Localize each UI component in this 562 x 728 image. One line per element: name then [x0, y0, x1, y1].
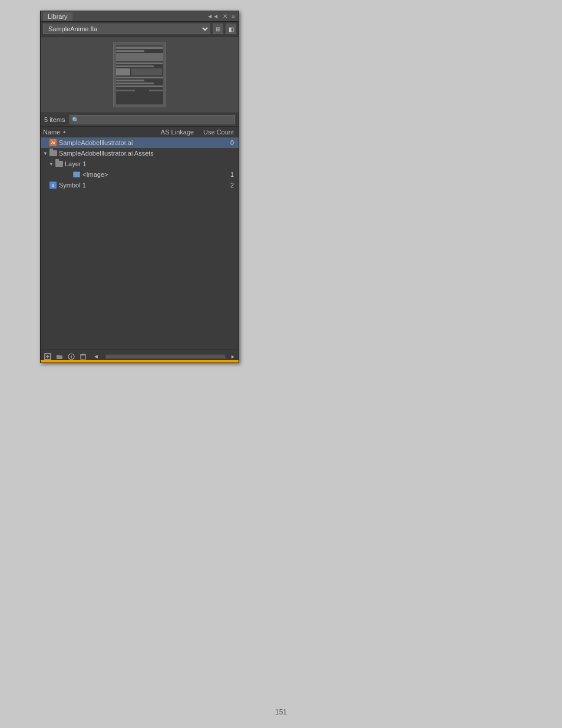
column-headers: Name ▲ AS Linkage Use Count [41, 127, 239, 137]
item-label: Layer 1 [65, 160, 154, 167]
sort-arrow-icon: ▲ [62, 129, 67, 134]
item-usecount: 0 [201, 139, 236, 146]
page-number: 151 [275, 708, 287, 716]
library-list: Ai SampleAdobeIllustrator.ai 0 ▼ SampleA… [41, 137, 239, 255]
items-count: 5 items [44, 116, 65, 123]
item-label: SampleAdobeIllustrator.ai Assets [59, 150, 154, 157]
search-icon: 🔍 [72, 117, 79, 123]
ai-file-icon: Ai [49, 139, 57, 147]
pin-button[interactable]: ⊞ [213, 24, 223, 34]
item-label: SampleAdobeIllustrator.ai [59, 139, 154, 146]
expand-icon: ▼ [43, 151, 49, 156]
title-bar: Library ◄◄ ✕ ≡ [41, 11, 239, 22]
title-bar-controls: ◄◄ ✕ ≡ [206, 13, 236, 19]
list-item[interactable]: ▼ Layer 1 [41, 159, 239, 169]
file-toolbar: SampleAnime.fla ⊞ ◧ [41, 22, 239, 37]
scroll-right-button[interactable]: ► [230, 354, 236, 360]
preview-content [116, 45, 163, 104]
item-usecount: 1 [201, 171, 236, 178]
preview-frame [113, 42, 166, 107]
horizontal-scrollbar[interactable] [105, 354, 226, 359]
file-selector[interactable]: SampleAnime.fla [43, 24, 210, 34]
items-bar: 5 items 🔍 [41, 113, 239, 127]
svg-rect-6 [81, 355, 85, 360]
item-usecount: 2 [201, 182, 236, 189]
collapse-button[interactable]: ◄◄ [206, 13, 220, 19]
panel-title-tab[interactable]: Library [43, 12, 72, 21]
title-bar-left: Library [43, 12, 72, 21]
library-panel: Library ◄◄ ✕ ≡ SampleAnime.fla ⊞ ◧ [40, 11, 239, 363]
svg-point-5 [71, 354, 72, 355]
search-input[interactable] [80, 117, 233, 123]
list-item[interactable]: ▼ SampleAdobeIllustrator.ai Assets [41, 148, 239, 159]
col-header-name[interactable]: Name ▲ [43, 129, 154, 136]
library-empty-area [41, 255, 239, 350]
preview-area [41, 37, 239, 113]
search-box[interactable]: 🔍 [70, 115, 235, 124]
list-item[interactable]: Ai SampleAdobeIllustrator.ai 0 [41, 137, 239, 148]
menu-button[interactable]: ≡ [230, 13, 236, 19]
expand-icon: ▼ [49, 162, 55, 167]
new-library-button[interactable]: ◧ [226, 24, 236, 34]
list-item[interactable]: <Image> 1 [41, 169, 239, 180]
symbol-icon: S [49, 181, 57, 189]
folder-icon [49, 149, 57, 157]
brand-bar [41, 360, 239, 363]
item-label: <Image> [82, 171, 154, 178]
col-header-linkage[interactable]: AS Linkage [154, 129, 201, 136]
item-label: Symbol 1 [59, 182, 154, 189]
image-icon [72, 170, 81, 179]
col-header-usecount[interactable]: Use Count [201, 129, 236, 136]
folder-icon [55, 160, 63, 168]
close-button[interactable]: ✕ [222, 13, 229, 19]
list-item[interactable]: S Symbol 1 2 [41, 180, 239, 190]
